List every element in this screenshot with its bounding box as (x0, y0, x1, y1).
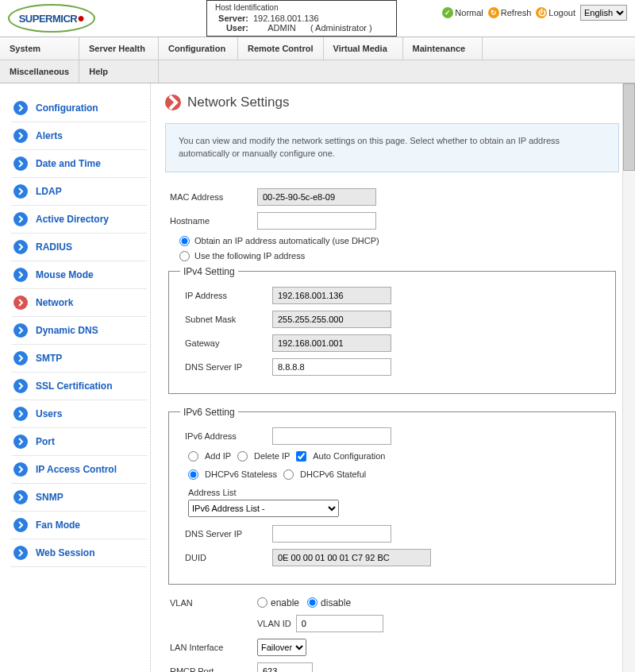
logout-link[interactable]: Logout (548, 8, 575, 17)
arrow-right-icon (13, 268, 28, 282)
dhcp-auto-label: Obtain an IP address automatically (use … (194, 236, 379, 245)
sidebar-item-dynamic-dns[interactable]: Dynamic DNS (11, 317, 147, 345)
stateful-label: DHCPv6 Stateful (300, 469, 366, 479)
hostname-input[interactable] (257, 212, 376, 230)
user-label: User: (214, 23, 253, 33)
vlan-enable-radio[interactable] (257, 597, 267, 608)
sidebar-item-network[interactable]: Network (11, 289, 147, 317)
arrow-right-icon (13, 434, 28, 449)
sidebar-item-configuration[interactable]: Configuration (11, 95, 147, 122)
status-ok-icon: ✓ (442, 7, 453, 18)
nav-server-health[interactable]: Server Health (79, 37, 159, 60)
sidebar-item-radius[interactable]: RADIUS (11, 234, 147, 261)
addip-radio[interactable] (188, 451, 198, 462)
main-nav: SystemServer HealthConfigurationRemote C… (0, 37, 635, 83)
refresh-icon: ↻ (488, 7, 499, 18)
delip-radio[interactable] (237, 451, 248, 462)
mac-input (257, 188, 376, 206)
scroll-thumb[interactable] (623, 83, 635, 171)
arrow-right-icon (13, 490, 28, 504)
main-content: Network Settings You can view and modify… (151, 83, 635, 672)
language-select[interactable]: English (580, 5, 627, 21)
sidebar-item-snmp[interactable]: SNMP (11, 484, 147, 512)
sidebar-item-ldap[interactable]: LDAP (11, 178, 147, 206)
autoconf-label: Auto Configuration (313, 451, 385, 461)
vlanid-input[interactable] (296, 615, 383, 632)
rmcp-input[interactable] (257, 662, 313, 672)
arrow-right-icon (13, 351, 28, 365)
stateful-radio[interactable] (283, 469, 294, 480)
sidebar-item-label: SNMP (36, 492, 64, 503)
logo-text: SUPERMICR (19, 13, 78, 25)
gateway-label: Gateway (185, 338, 272, 348)
sidebar-item-label: Mouse Mode (36, 269, 94, 280)
subnet-input[interactable] (272, 311, 391, 328)
arrow-right-icon (13, 240, 28, 254)
gateway-input[interactable] (272, 334, 391, 352)
stateless-radio[interactable] (188, 469, 198, 480)
host-identification-box: Host Identification Server:192.168.001.1… (206, 0, 397, 37)
vlanid-label: VLAN ID (257, 619, 291, 628)
sidebar-item-alerts[interactable]: Alerts (11, 122, 147, 150)
sidebar-item-label: SMTP (36, 353, 62, 364)
sidebar-item-port[interactable]: Port (11, 428, 147, 456)
ip-input[interactable] (272, 287, 391, 304)
dns6-input[interactable] (272, 525, 391, 543)
dns-input[interactable] (272, 358, 391, 376)
arrow-right-icon (13, 546, 28, 560)
sidebar-item-label: LDAP (36, 186, 62, 197)
sidebar-item-active-directory[interactable]: Active Directory (11, 206, 147, 234)
ipv6-legend: IPv6 Setting (180, 407, 238, 418)
ipv6addr-label: IPv6 Address (185, 431, 272, 441)
dns6-label: DNS Server IP (185, 529, 272, 539)
addrlist-select[interactable]: IPv6 Address List - (188, 500, 339, 517)
addip-label: Add IP (205, 451, 231, 461)
info-box: You can view and modify the network sett… (165, 123, 619, 172)
addrlist-label: Address List (180, 488, 604, 497)
autoconf-check[interactable] (296, 451, 306, 462)
nav-virtual-media[interactable]: Virtual Media (324, 37, 403, 60)
logout-icon: ⏻ (536, 7, 547, 18)
vlan-disable-label: disable (321, 597, 351, 608)
sidebar-item-label: RADIUS (36, 241, 72, 253)
vlan-label: VLAN (170, 598, 257, 608)
stateless-label: DHCPv6 Stateless (205, 469, 277, 479)
refresh-link[interactable]: Refresh (501, 8, 532, 17)
sidebar-item-label: Users (36, 408, 62, 419)
sidebar-item-mouse-mode[interactable]: Mouse Mode (11, 261, 147, 289)
normal-link[interactable]: Normal (455, 8, 483, 17)
logo: SUPERMICR● (8, 4, 95, 33)
scrollbar[interactable] (622, 83, 635, 672)
sidebar-item-date-and-time[interactable]: Date and Time (11, 150, 147, 178)
hostname-label: Hostname (170, 216, 257, 226)
arrow-right-icon (13, 323, 28, 338)
vlan-enable-label: enable (271, 597, 299, 608)
arrow-right-icon (13, 212, 28, 226)
nav-maintenance[interactable]: Maintenance (403, 37, 483, 60)
vlan-disable-radio[interactable] (307, 597, 318, 608)
lanif-select[interactable]: Failover (257, 639, 306, 656)
nav-miscellaneous[interactable]: Miscellaneous (0, 60, 79, 83)
nav-configuration[interactable]: Configuration (159, 37, 238, 60)
ipv4-fieldset: IPv4 Setting IP Address Subnet Mask Gate… (168, 266, 616, 394)
ipv6addr-input[interactable] (272, 427, 391, 445)
ip-label: IP Address (185, 291, 272, 300)
sidebar-item-web-session[interactable]: Web Session (11, 539, 147, 567)
sidebar-item-ssl-certification[interactable]: SSL Certification (11, 373, 147, 400)
sidebar-item-ip-access-control[interactable]: IP Access Control (11, 456, 147, 484)
dhcp-manual-radio[interactable] (179, 251, 190, 261)
dns-label: DNS Server IP (185, 362, 272, 372)
sidebar-item-label: IP Access Control (36, 464, 117, 475)
nav-help[interactable]: Help (79, 60, 159, 83)
nav-remote-control[interactable]: Remote Control (238, 37, 324, 60)
nav-system[interactable]: System (0, 37, 79, 60)
sidebar-item-users[interactable]: Users (11, 400, 147, 428)
sidebar-item-label: Configuration (36, 102, 98, 114)
sidebar: ConfigurationAlertsDate and TimeLDAPActi… (0, 83, 151, 672)
sidebar-item-label: Dynamic DNS (36, 325, 98, 336)
dhcp-auto-radio[interactable] (179, 236, 190, 246)
sidebar-item-smtp[interactable]: SMTP (11, 345, 147, 373)
duid-label: DUID (185, 553, 272, 562)
sidebar-item-fan-mode[interactable]: Fan Mode (11, 512, 147, 539)
user-value: ADMIN (253, 23, 310, 33)
